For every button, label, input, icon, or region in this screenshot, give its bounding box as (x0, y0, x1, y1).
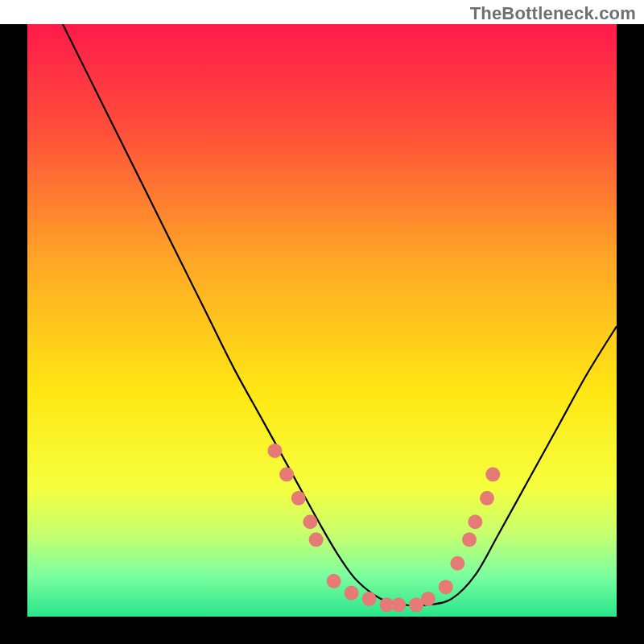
marker-point (462, 532, 477, 547)
marker-point (485, 467, 500, 481)
marker-point (279, 467, 294, 481)
marker-point (303, 514, 317, 529)
marker-point (362, 592, 377, 606)
marker-point (450, 556, 464, 571)
marker-point (421, 592, 436, 606)
marker-point (439, 580, 453, 594)
marker-point (480, 491, 494, 506)
bottleneck-chart (0, 0, 644, 644)
marker-point (291, 491, 306, 506)
marker-point (468, 514, 482, 529)
marker-point (327, 574, 341, 588)
marker-point (391, 597, 406, 612)
chart-container: TheBottleneck.com (0, 0, 644, 644)
marker-point (267, 444, 282, 458)
marker-point (345, 586, 359, 601)
watermark-label: TheBottleneck.com (470, 3, 636, 24)
marker-point (309, 532, 324, 547)
